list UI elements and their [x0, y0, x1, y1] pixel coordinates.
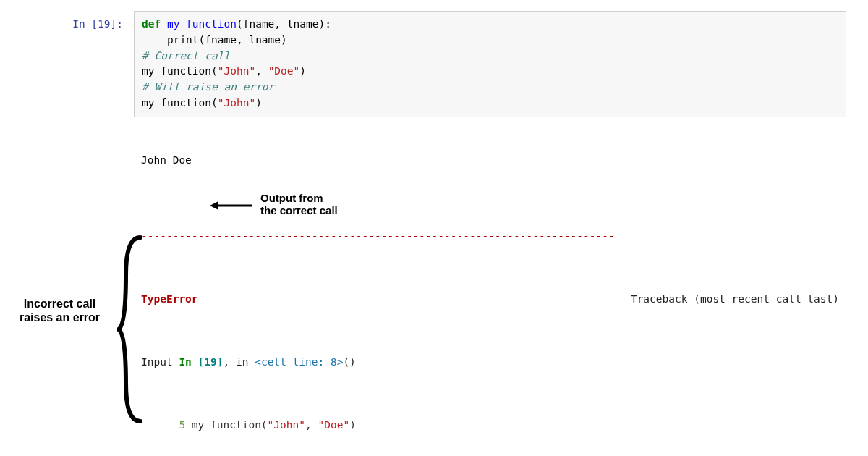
code-line: my_function("John", "Doe") [142, 64, 838, 80]
line-number: 5 [141, 419, 185, 431]
comment: # Will raise an error [142, 81, 274, 93]
error-name: TypeError [141, 292, 198, 308]
traceback-label: Traceback (most recent call last) [631, 292, 839, 308]
string-literal: "John" [218, 97, 255, 109]
tb-text: () [343, 356, 355, 368]
curly-brace-icon [117, 232, 146, 427]
code-input-area[interactable]: def my_function(fname, lname): print(fna… [134, 11, 846, 117]
annotation-text: the correct call [260, 204, 338, 216]
string-literal: "Doe" [318, 419, 349, 431]
annotation-text: Output from [260, 192, 323, 204]
tb-cell-link: <cell line: 8> [255, 356, 343, 368]
code-line: def my_function(fname, lname): [142, 17, 838, 33]
tb-text: Input [141, 356, 179, 368]
annotation-text: Incorrect call [24, 297, 96, 310]
code-text: my_function( [142, 97, 218, 109]
annotation-text: raises an error [20, 311, 100, 324]
string-literal: "Doe" [268, 65, 300, 77]
code-text: ) [299, 65, 306, 77]
code-text: my_function( [142, 65, 218, 77]
tb-in-keyword: In [179, 356, 197, 368]
traceback-header: TypeError Traceback (most recent call la… [141, 292, 839, 308]
tb-code: , [305, 419, 318, 431]
input-prompt: In [19]: [54, 17, 130, 33]
code-text: , [255, 65, 268, 77]
annotation-incorrect-label: Incorrect call raises an error [0, 297, 119, 324]
notebook-cell: In [19]: def my_function(fname, lname): … [54, 11, 854, 456]
traceback-line: 5 my_function("John", "Doe") [141, 418, 839, 434]
stdout-line: John Doe [141, 153, 839, 169]
tb-code: my_function( [185, 419, 268, 431]
svg-marker-1 [210, 201, 218, 210]
code-line: # Correct call [142, 48, 838, 64]
code-line: # Will raise an error [142, 80, 838, 96]
tb-text: , in [224, 356, 255, 368]
function-name: my_function [161, 18, 237, 30]
tb-cell-number: [19] [198, 356, 224, 368]
comment: # Correct call [142, 50, 230, 62]
string-literal: "John" [268, 419, 305, 431]
code-line: my_function("John") [142, 96, 838, 111]
annotation-output-label: Output from the correct call [260, 192, 338, 217]
keyword-def: def [142, 18, 161, 30]
traceback-divider: ----------------------------------------… [141, 229, 839, 245]
code-text: (fname, lname): [237, 18, 331, 30]
annotation-arrow-icon [210, 198, 253, 213]
output-area: John Doe -------------------------------… [134, 117, 846, 457]
tb-code: ) [349, 419, 356, 431]
traceback-line: Input In [19], in <cell line: 8>() [141, 355, 839, 371]
code-text: ) [255, 97, 262, 109]
string-literal: "John" [218, 65, 255, 77]
code-line: print(fname, lname) [142, 33, 838, 48]
